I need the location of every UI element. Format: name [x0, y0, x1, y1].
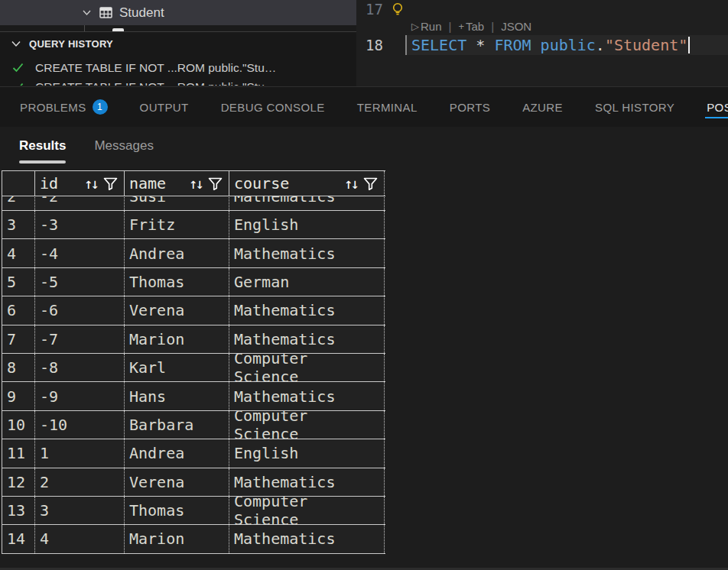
- filter-funnel-icon[interactable]: [102, 176, 119, 192]
- cell-name: Karl: [125, 354, 229, 381]
- table-row[interactable]: 3-3FritzEnglish: [2, 211, 385, 239]
- cell-course: Mathematics: [229, 196, 385, 210]
- cell-name: Marion: [125, 325, 229, 353]
- cell-id: 3: [35, 497, 125, 524]
- results-area: ResultsMessages id↑↓name↑↓course↑↓ 2-2Su…: [0, 127, 728, 568]
- table-row[interactable]: 8-8KarlComputer Science: [2, 354, 385, 382]
- cell-name: Andrea: [125, 239, 229, 267]
- column-label: name: [129, 174, 166, 193]
- panel-tab-sql-history[interactable]: SQL HISTORY: [595, 87, 674, 127]
- results-tab-results[interactable]: Results: [19, 138, 66, 164]
- panel-tab-label: AZURE: [522, 101, 563, 114]
- codelens-tab-action[interactable]: +Tab: [458, 20, 484, 33]
- codelens-bar: ▷Run|+Tab|JSON: [411, 20, 531, 33]
- chevron-down-icon[interactable]: [10, 37, 22, 50]
- sql-statement[interactable]: SELECT * FROM public."Student": [411, 35, 690, 55]
- panel-tab-label: PROBLEMS: [20, 101, 86, 114]
- panel-tab-debug-console[interactable]: DEBUG CONSOLE: [221, 87, 325, 127]
- sql-token: .: [596, 36, 605, 54]
- cell-rownum: 8: [2, 354, 35, 381]
- cell-id: -6: [35, 296, 125, 324]
- table-row[interactable]: 4-4AndreaMathematics: [2, 239, 385, 267]
- table-row[interactable]: 5-5ThomasGerman: [2, 268, 385, 296]
- results-tab-messages[interactable]: Messages: [94, 138, 153, 164]
- codelens-action-label: JSON: [501, 20, 531, 33]
- cell-id: -3: [35, 211, 125, 238]
- sql-token: public: [541, 36, 596, 54]
- panel-tab-azure[interactable]: AZURE: [522, 87, 563, 127]
- query-history-item[interactable]: CREATE TABLE IF NOT ...ROM public."Stu…: [0, 80, 356, 86]
- cell-course: Computer Science: [229, 497, 385, 524]
- clipped-row-viewport: 2-2SusiMathematics: [2, 196, 385, 211]
- cell-rownum: 7: [2, 325, 35, 353]
- header-cell-name[interactable]: name↑↓: [125, 171, 229, 196]
- sort-icon[interactable]: ↑↓: [189, 175, 202, 192]
- sort-icon[interactable]: ↑↓: [344, 175, 357, 192]
- panel-tab-problems[interactable]: PROBLEMS1: [20, 87, 108, 127]
- header-cell-id[interactable]: id↑↓: [35, 171, 125, 196]
- cell-rownum: 13: [2, 497, 35, 524]
- sidebar: Student QUERY HISTORY CREATE TABLE IF NO…: [0, 0, 356, 86]
- bottom-panel: PROBLEMS1OUTPUTDEBUG CONSOLETERMINALPORT…: [0, 86, 728, 570]
- table-row[interactable]: 10-10BarbaraComputer Science: [2, 411, 385, 439]
- query-history-text: CREATE TABLE IF NOT ...ROM public."Stu…: [35, 61, 276, 75]
- results-grid-body: 2-2SusiMathematics3-3FritzEnglish4-4Andr…: [2, 196, 385, 554]
- cell-id: 4: [35, 525, 125, 552]
- indent-guide: [84, 25, 85, 31]
- table-row[interactable]: 9-9HansMathematics: [2, 382, 385, 410]
- query-history-header[interactable]: QUERY HISTORY: [0, 32, 356, 55]
- cell-name: Verena: [125, 468, 229, 496]
- cell-id: -2: [35, 196, 125, 210]
- codelens-json-action[interactable]: JSON: [501, 20, 531, 33]
- cell-rownum: 5: [2, 268, 35, 296]
- table-row[interactable]: 6-6VerenaMathematics: [2, 296, 385, 325]
- panel-tab-postgresql-qu[interactable]: POSTGRESQL QU: [707, 87, 728, 127]
- cell-course: English: [229, 211, 385, 238]
- panel-tab-label: PORTS: [450, 101, 490, 114]
- codelens-run-action[interactable]: ▷Run: [411, 20, 442, 33]
- table-row[interactable]: 111AndreaEnglish: [2, 439, 385, 468]
- table-row[interactable]: 133ThomasComputer Science: [2, 497, 385, 525]
- tree-item-partial: [0, 25, 356, 31]
- partial-table-icon: [112, 28, 124, 31]
- lightbulb-icon[interactable]: [390, 2, 405, 20]
- filter-funnel-icon[interactable]: [207, 176, 223, 192]
- cell-name: Marion: [125, 525, 229, 552]
- column-label: course: [234, 174, 289, 193]
- table-row[interactable]: 122VerenaMathematics: [2, 468, 385, 497]
- filter-funnel-icon[interactable]: [362, 176, 379, 192]
- column-label: id: [40, 174, 58, 193]
- chevron-down-icon[interactable]: [81, 7, 93, 18]
- success-check-icon: [11, 60, 25, 75]
- results-grid: id↑↓name↑↓course↑↓ 2-2SusiMathematics3-3…: [2, 170, 385, 554]
- cell-id: -10: [35, 411, 125, 439]
- cell-course: Mathematics: [229, 468, 385, 496]
- panel-tab-label: SQL HISTORY: [595, 101, 674, 114]
- cell-rownum: 2: [2, 196, 35, 210]
- panel-tab-label: POSTGRESQL QU: [707, 101, 728, 114]
- cell-id: -5: [35, 268, 125, 296]
- cell-course: Computer Science: [229, 411, 385, 439]
- cell-course: Mathematics: [229, 296, 385, 324]
- table-row[interactable]: 2-2SusiMathematics: [2, 196, 385, 211]
- panel-tab-output[interactable]: OUTPUT: [140, 87, 189, 127]
- header-cell-course[interactable]: course↑↓: [229, 171, 385, 196]
- tree-item-student[interactable]: Student: [0, 0, 356, 25]
- cell-rownum: 14: [2, 525, 35, 552]
- table-row[interactable]: 7-7MarionMathematics: [2, 325, 385, 354]
- cell-course: Mathematics: [229, 325, 385, 353]
- sort-icon[interactable]: ↑↓: [84, 175, 97, 192]
- panel-tab-terminal[interactable]: TERMINAL: [357, 87, 418, 127]
- query-history-item[interactable]: CREATE TABLE IF NOT ...ROM public."Stu…: [0, 55, 356, 80]
- codelens-separator: |: [449, 20, 452, 33]
- sql-editor[interactable]: 17 ▷Run|+Tab|JSON 18 SELECT * FROM publi…: [356, 0, 728, 86]
- sql-token: FROM: [494, 36, 531, 54]
- panel-tab-ports[interactable]: PORTS: [450, 87, 490, 127]
- cell-name: Verena: [125, 296, 229, 324]
- query-history-title: QUERY HISTORY: [29, 38, 113, 50]
- cell-course: Mathematics: [229, 239, 385, 267]
- results-tab-underline: [94, 160, 153, 164]
- line-number-17: 17: [356, 0, 383, 18]
- codelens-action-label: Run: [421, 20, 442, 33]
- table-row[interactable]: 144MarionMathematics: [2, 525, 385, 553]
